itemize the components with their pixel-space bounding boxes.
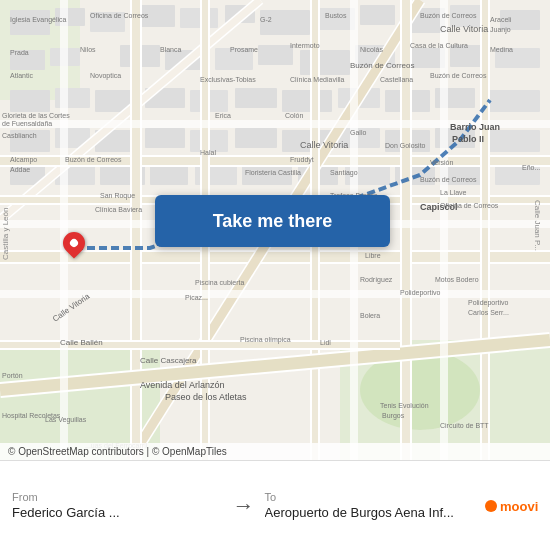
svg-text:Exclusivas-Tobias: Exclusivas-Tobias [200, 76, 256, 83]
route-arrow: → [223, 493, 265, 519]
svg-text:Calle Ballén: Calle Ballén [60, 338, 103, 347]
svg-rect-9 [180, 8, 218, 28]
svg-text:Libre: Libre [365, 252, 381, 259]
svg-text:Novoptica: Novoptica [90, 72, 121, 80]
svg-text:San Roque: San Roque [100, 192, 135, 200]
svg-text:Halal: Halal [200, 149, 216, 156]
svg-text:Calle Juan P...: Calle Juan P... [533, 200, 542, 251]
svg-text:Colón: Colón [285, 112, 303, 119]
svg-text:Buzón de Correos: Buzón de Correos [420, 176, 477, 183]
svg-text:Prada: Prada [10, 49, 29, 56]
svg-text:La Llave: La Llave [440, 189, 467, 196]
svg-text:Eño...: Eño... [522, 164, 540, 171]
svg-text:Oficina de Correos: Oficina de Correos [90, 12, 149, 19]
svg-rect-44 [235, 128, 277, 148]
take-me-there-button[interactable]: Take me there [155, 195, 390, 247]
svg-text:Juanjo: Juanjo [490, 26, 511, 34]
route-to-label: To [265, 491, 476, 503]
svg-point-167 [485, 500, 497, 512]
svg-text:Burgos: Burgos [382, 412, 405, 420]
svg-text:Prosame: Prosame [230, 46, 258, 53]
svg-text:Iglesia Evangélica: Iglesia Evangélica [10, 16, 67, 24]
svg-text:Circuito de BTT: Circuito de BTT [440, 422, 489, 429]
svg-text:Gallo: Gallo [350, 129, 366, 136]
map-attribution: © OpenStreetMap contributors | © OpenMap… [0, 443, 550, 460]
route-to: To Aeropuerto de Burgos Aena Inf... [265, 491, 476, 520]
svg-text:Portón: Portón [2, 372, 23, 379]
svg-text:Piscina cubierta: Piscina cubierta [195, 279, 245, 286]
svg-text:Avenida del Arlanzón: Avenida del Arlanzón [140, 380, 224, 390]
svg-text:Barrio Juan: Barrio Juan [450, 122, 500, 132]
svg-text:Oficina de Correos: Oficina de Correos [440, 202, 499, 209]
svg-text:Castellana: Castellana [380, 76, 413, 83]
svg-text:Pablo II: Pablo II [452, 134, 484, 144]
svg-rect-42 [145, 128, 185, 148]
svg-text:Calle Vitoria: Calle Vitoria [300, 140, 348, 150]
svg-text:Piscina olímpica: Piscina olímpica [240, 336, 291, 344]
svg-text:Casa de la Cultura: Casa de la Cultura [410, 42, 468, 49]
route-from-label: From [12, 491, 223, 503]
svg-text:Calle Cascajera: Calle Cascajera [140, 356, 197, 365]
svg-rect-13 [360, 5, 395, 25]
svg-text:Araceli: Araceli [490, 16, 512, 23]
svg-text:Alcampo: Alcampo [10, 156, 37, 164]
svg-rect-23 [300, 50, 350, 75]
route-from-name[interactable]: Federico García ... [12, 505, 223, 520]
svg-text:Carlos Serr...: Carlos Serr... [468, 309, 509, 316]
svg-text:Versión: Versión [430, 159, 453, 166]
svg-rect-28 [10, 90, 50, 112]
svg-text:Polideportivo: Polideportivo [468, 299, 509, 307]
svg-rect-33 [235, 88, 277, 108]
moovit-logo-svg: moovit [483, 491, 538, 521]
svg-rect-85 [60, 0, 68, 460]
svg-text:Glorieta de las Cortes: Glorieta de las Cortes [2, 112, 70, 119]
svg-text:Castilla y León: Castilla y León [1, 208, 10, 260]
svg-text:Atlantic: Atlantic [10, 72, 33, 79]
svg-text:Calle Vitoria: Calle Vitoria [440, 24, 488, 34]
svg-text:Rodríguez: Rodríguez [360, 276, 393, 284]
svg-text:de Fuensaldaña: de Fuensaldaña [2, 120, 52, 127]
route-from: From Federico García ... [12, 491, 223, 520]
svg-text:moovit: moovit [500, 499, 538, 514]
svg-text:Nilos: Nilos [80, 46, 96, 53]
svg-text:Buzón de Correos: Buzón de Correos [420, 12, 477, 19]
svg-text:Buzón de Correos: Buzón de Correos [430, 72, 487, 79]
svg-text:Buzón de Correos: Buzón de Correos [65, 156, 122, 163]
svg-text:Tenis Evolución: Tenis Evolución [380, 402, 429, 409]
svg-text:Las Veguillas: Las Veguillas [45, 416, 87, 424]
svg-text:Medina: Medina [490, 46, 513, 53]
svg-text:Buzón de Correos: Buzón de Correos [350, 61, 414, 70]
svg-rect-22 [258, 45, 293, 65]
svg-text:Blanca: Blanca [160, 46, 182, 53]
svg-text:Clínica Mediavilla: Clínica Mediavilla [290, 76, 345, 83]
map-container: Calle Vitoria Calle Vitoria Buzón de Cor… [0, 0, 550, 460]
svg-text:Polideportivo: Polideportivo [400, 289, 441, 297]
svg-text:Casblianch: Casblianch [2, 132, 37, 139]
svg-text:Santiago: Santiago [330, 169, 358, 177]
svg-rect-80 [482, 0, 488, 460]
svg-text:Don Golosito: Don Golosito [385, 142, 426, 149]
svg-text:Motos Bodero: Motos Bodero [435, 276, 479, 283]
svg-text:Lidl: Lidl [320, 339, 331, 346]
svg-text:Picaz...: Picaz... [185, 294, 208, 301]
svg-rect-34 [282, 90, 332, 112]
svg-text:Bolera: Bolera [360, 312, 380, 319]
route-to-name[interactable]: Aeropuerto de Burgos Aena Inf... [265, 505, 476, 520]
svg-rect-87 [440, 0, 448, 460]
svg-text:Nicolás: Nicolás [360, 46, 383, 53]
svg-text:Addae: Addae [10, 166, 30, 173]
svg-rect-64 [0, 252, 550, 262]
svg-text:Paseo de los Atletas: Paseo de los Atletas [165, 392, 247, 402]
svg-text:G-2: G-2 [260, 16, 272, 23]
svg-text:Clínica Baviera: Clínica Baviera [95, 206, 142, 213]
svg-text:Floristería Castilla: Floristería Castilla [245, 169, 301, 176]
svg-rect-72 [132, 0, 140, 460]
svg-text:Erica: Erica [215, 112, 231, 119]
svg-text:Fruddyt: Fruddyt [290, 156, 314, 164]
moovit-logo: moovit [483, 491, 538, 521]
bottom-bar: From Federico García ... → To Aeropuerto… [0, 460, 550, 550]
svg-text:Bustos: Bustos [325, 12, 347, 19]
svg-text:Intermoto: Intermoto [290, 42, 320, 49]
